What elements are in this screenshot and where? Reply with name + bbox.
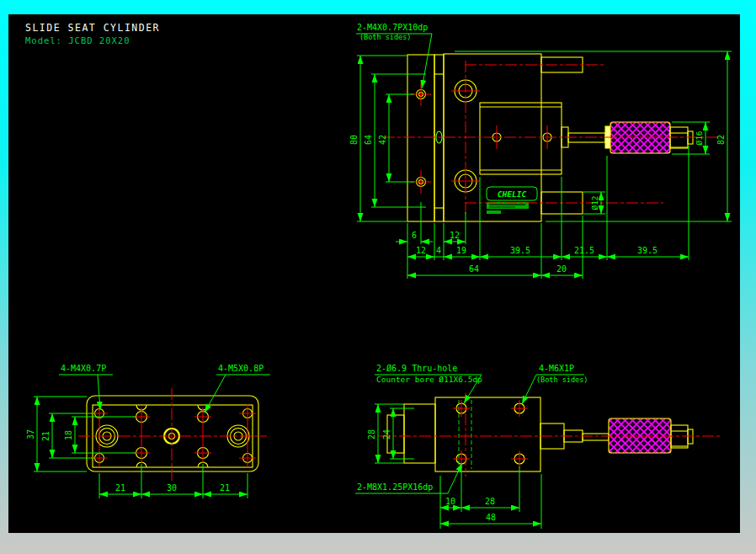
dim-10: 10	[445, 497, 455, 506]
dim-64-bottom: 64	[469, 264, 479, 274]
dim-64-left: 64	[364, 135, 373, 145]
drawing-title: SLIDE SEAT CYLINDER	[25, 22, 160, 34]
dim-12a: 12	[450, 231, 460, 240]
dim-21-left: 21	[41, 431, 51, 441]
cad-drawing: SLIDE SEAT CYLINDER Model: JCBD 20X20	[0, 0, 756, 554]
dim-20: 20	[556, 264, 567, 274]
brand-logo-text: CHELIC	[498, 189, 527, 199]
drawing-model: Model: JCBD 20X20	[25, 35, 130, 45]
callout-m6-note: (Both sides)	[536, 376, 588, 384]
dim-24: 24	[382, 429, 391, 439]
callout-m4: 4-M4X0.7P	[61, 364, 106, 373]
dim-28-bottom: 28	[485, 497, 495, 506]
dim-21-5: 21.5	[574, 246, 594, 255]
dim-80: 80	[349, 135, 359, 145]
dim-6: 6	[412, 231, 417, 240]
dim-21a: 21	[115, 483, 125, 493]
callout-counter-bore: Counter bore Ø11X6.5dp	[376, 375, 482, 384]
dim-18: 18	[64, 430, 73, 440]
callout-m5: 4-M5X0.8P	[218, 364, 264, 373]
dim-39-5b: 39.5	[637, 246, 658, 255]
dim-28-left: 28	[367, 429, 376, 439]
dim-12b: 12	[416, 246, 426, 255]
dim-d16: Ø16	[695, 131, 704, 145]
dim-39-5a: 39.5	[510, 246, 530, 255]
dim-30: 30	[167, 483, 177, 493]
dim-4: 4	[436, 246, 441, 255]
dim-d12: Ø12	[590, 195, 599, 210]
dim-82: 82	[716, 135, 726, 145]
callout-m6: 4-M6X1P	[539, 364, 574, 373]
dim-48: 48	[486, 513, 496, 522]
dim-37: 37	[26, 429, 35, 439]
dim-19: 19	[456, 246, 466, 255]
dim-21b: 21	[220, 483, 230, 493]
dim-42: 42	[378, 135, 387, 145]
callout-m8: 2-M8X1.25PX16dp	[357, 482, 433, 492]
callout-thru-hole: 2-Ø6.9 Thru-hole	[376, 364, 457, 373]
callout-thread-top: 2-M4X0.7PX10dp	[357, 23, 428, 32]
